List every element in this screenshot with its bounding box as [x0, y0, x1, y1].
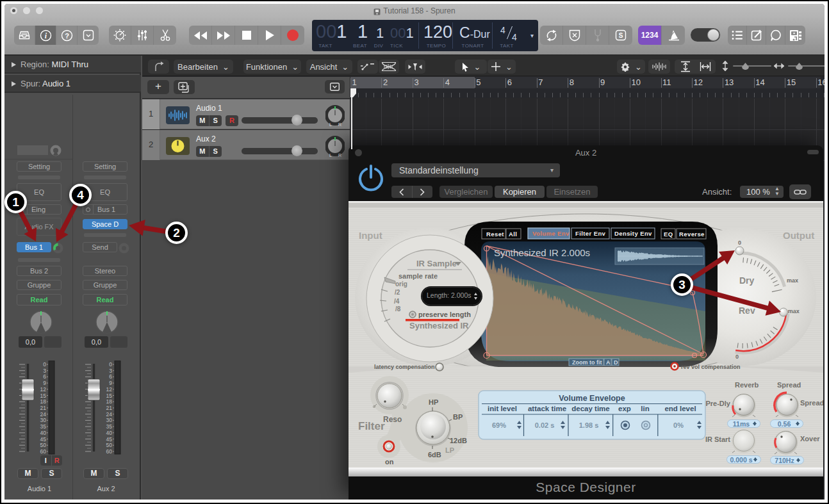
svg-text:60: 60 [40, 448, 47, 455]
svg-text:All: All [509, 231, 517, 238]
svg-text:50: 50 [106, 442, 113, 448]
svg-text:0: 0 [735, 354, 739, 360]
svg-text:69%: 69% [492, 421, 506, 429]
svg-text:0: 0 [109, 361, 112, 368]
svg-text:12: 12 [40, 386, 47, 393]
svg-text:latency compensation: latency compensation [374, 364, 435, 370]
svg-text:on: on [385, 458, 394, 466]
svg-text:Output: Output [783, 230, 814, 241]
svg-text:i: i [44, 31, 47, 40]
svg-text:LP: LP [445, 446, 454, 454]
svg-text:/8: /8 [395, 305, 401, 313]
svg-text:R: R [338, 122, 341, 127]
svg-text:60: 60 [106, 448, 113, 455]
svg-text:45: 45 [40, 436, 47, 443]
svg-text:6dB: 6dB [428, 451, 441, 459]
svg-text:decay time: decay time [571, 405, 609, 412]
svg-text:Synthesized IR 2.000s: Synthesized IR 2.000s [494, 247, 590, 258]
svg-text:45: 45 [106, 436, 113, 443]
svg-text:21: 21 [106, 405, 113, 411]
svg-text:?: ? [65, 31, 69, 39]
svg-text:orig: orig [395, 280, 407, 288]
svg-text:rev vol compensation: rev vol compensation [681, 364, 741, 370]
svg-text:Xover: Xover [800, 435, 820, 443]
svg-text:/2: /2 [395, 289, 400, 296]
svg-text:/4: /4 [394, 298, 400, 305]
svg-text:exp: exp [618, 405, 631, 412]
svg-text:6: 6 [43, 373, 46, 380]
svg-text:sample rate: sample rate [398, 272, 438, 280]
svg-text:Length: 2.000s: Length: 2.000s [427, 291, 471, 299]
svg-text:Reverb: Reverb [735, 381, 759, 389]
svg-text:IR Sample: IR Sample [416, 259, 457, 268]
svg-text:end level: end level [664, 405, 696, 412]
svg-text:attack time: attack time [528, 405, 566, 412]
svg-text:Synthesized IR: Synthesized IR [409, 321, 469, 330]
svg-text:40: 40 [40, 430, 47, 436]
svg-text:IR Start: IR Start [705, 435, 730, 443]
svg-text:BP: BP [453, 413, 463, 421]
svg-text:Spread: Spread [777, 381, 801, 389]
svg-text:S: S [619, 32, 623, 39]
svg-text:3: 3 [43, 368, 46, 374]
svg-text:Filter Env: Filter Env [575, 230, 606, 237]
svg-text:15: 15 [40, 393, 47, 399]
svg-text:L: L [329, 122, 332, 127]
svg-text:6: 6 [109, 373, 112, 380]
svg-text:24: 24 [40, 411, 47, 418]
svg-text:HP: HP [429, 398, 438, 406]
svg-text:3: 3 [109, 368, 112, 374]
svg-text:21: 21 [40, 405, 47, 411]
svg-text:Dry: Dry [739, 275, 755, 286]
svg-text:Reverse: Reverse [679, 231, 705, 238]
svg-text:12dB: 12dB [450, 437, 467, 444]
svg-text:1.98 s: 1.98 s [579, 421, 599, 429]
svg-text:9: 9 [43, 380, 46, 386]
svg-text:Reset: Reset [486, 231, 504, 238]
svg-text:Volume Envelope: Volume Envelope [559, 394, 625, 403]
svg-text:D: D [614, 359, 618, 366]
svg-text:Density Env: Density Env [614, 230, 652, 237]
svg-text:R: R [338, 153, 341, 158]
svg-text:Zoom to fit: Zoom to fit [572, 359, 602, 366]
svg-text:9: 9 [109, 380, 112, 386]
svg-text:max: max [787, 277, 798, 284]
svg-text:EQ: EQ [664, 231, 673, 238]
svg-text:0.02 s: 0.02 s [535, 421, 555, 429]
svg-text:12: 12 [106, 386, 113, 393]
svg-text:Pre-Dly: Pre-Dly [705, 400, 730, 407]
svg-text:init level: init level [488, 405, 517, 412]
svg-text:35: 35 [106, 423, 113, 430]
svg-text:preserve length: preserve length [418, 311, 471, 318]
svg-text:Volume Env: Volume Env [532, 230, 570, 237]
svg-text:max: max [788, 308, 800, 314]
svg-text:L: L [329, 153, 332, 158]
svg-text:0: 0 [738, 240, 741, 246]
svg-text:35: 35 [40, 423, 47, 430]
svg-text:0%: 0% [673, 421, 684, 429]
svg-text:18: 18 [106, 398, 113, 405]
svg-text:Filter: Filter [358, 420, 385, 432]
svg-text:18: 18 [40, 398, 47, 405]
svg-text:15: 15 [106, 393, 113, 399]
svg-text:30: 30 [40, 417, 47, 423]
svg-text:24: 24 [106, 411, 113, 418]
svg-text:50: 50 [40, 442, 47, 448]
svg-text:lin: lin [641, 405, 649, 412]
svg-text:A: A [606, 359, 611, 366]
svg-text:30: 30 [106, 417, 113, 423]
svg-text:0: 0 [43, 361, 46, 368]
svg-text:Reso: Reso [383, 415, 402, 424]
svg-text:Input: Input [359, 230, 382, 241]
svg-text:Spread: Spread [800, 399, 823, 407]
svg-text:40: 40 [106, 430, 113, 436]
svg-text:Rev: Rev [739, 305, 755, 316]
